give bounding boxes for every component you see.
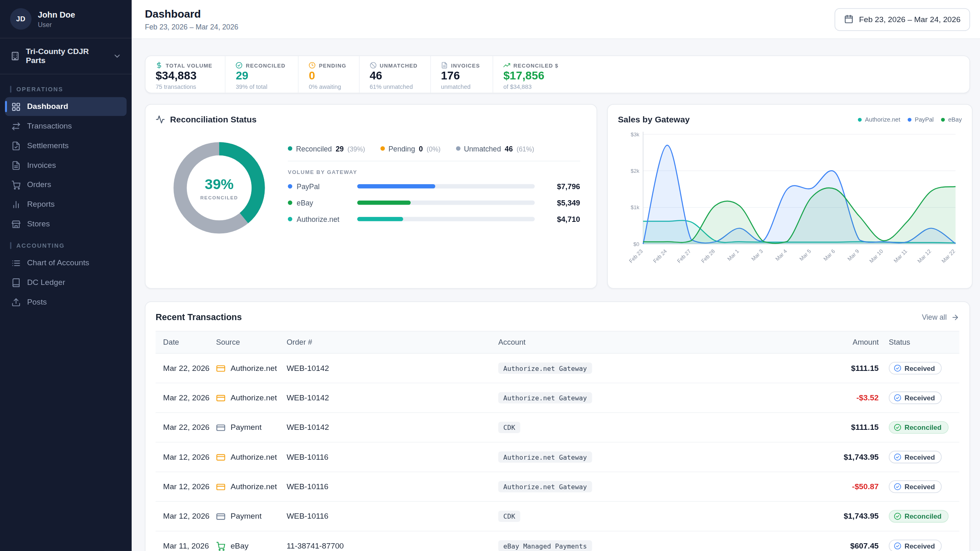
sidebar-item-chart-of-accounts[interactable]: Chart of Accounts: [5, 253, 126, 272]
col-status: Status: [881, 338, 959, 347]
date-text: Mar 22, 2026: [163, 393, 214, 403]
sidebar-item-invoices[interactable]: Invoices: [5, 156, 126, 174]
sales-card: Sales by Gateway Authorize.netPayPaleBay…: [607, 104, 973, 289]
legend-percent: (61%): [517, 145, 534, 152]
gateway-bar-track: [357, 217, 535, 221]
table-row[interactable]: Mar 22, 2026Authorize.netWEB-10142Author…: [155, 383, 959, 413]
cell-status: Received: [881, 362, 959, 375]
clock-icon: [309, 62, 316, 69]
status-label: Received: [904, 394, 935, 402]
sidebar-item-label: Reports: [27, 200, 54, 209]
gateway-bar-track: [357, 201, 535, 205]
account-badge: CDK: [498, 510, 520, 522]
cell-order-number: WEB-10142: [279, 423, 490, 432]
account-badge: Authorize.net Gateway: [498, 363, 592, 374]
reconciliation-donut: 39% RECONCILED: [172, 140, 266, 235]
sidebar-item-stores[interactable]: Stores: [5, 215, 126, 233]
stat-header: RECONCILED $: [503, 62, 559, 69]
cell-order-number: WEB-10116: [279, 482, 490, 491]
cell-order-number: WEB-10116: [279, 512, 490, 521]
cart-icon: [216, 541, 225, 551]
bar-chart-icon: [11, 199, 21, 209]
stat-label: PENDING: [319, 62, 346, 68]
nav-section-text: OPERATIONS: [16, 86, 63, 93]
stat-value: $17,856: [503, 70, 559, 82]
sales-chart: $0$1k$2k$3kFeb 23Feb 24Feb 27Feb 28Mar 1…: [618, 125, 962, 274]
gateway-row-authorize-net: Authorize.net$4,710: [288, 215, 580, 224]
company-selector[interactable]: Tri-County CDJR Parts: [0, 38, 132, 74]
sidebar-item-dashboard[interactable]: Dashboard: [5, 97, 126, 116]
cell-date: Mar 12, 2026: [155, 452, 208, 462]
svg-text:$1k: $1k: [631, 204, 640, 210]
svg-text:Mar 4: Mar 4: [774, 248, 788, 262]
sidebar-item-label: Settlements: [27, 141, 69, 150]
sidebar: JD John Doe User Tri-County CDJR Parts O…: [0, 0, 132, 551]
check-circle-icon: [894, 394, 901, 402]
stat-reconciled: RECONCILED2939% of total: [225, 56, 298, 93]
svg-text:$0: $0: [634, 241, 640, 247]
sidebar-item-settlements[interactable]: Settlements: [5, 136, 126, 155]
cell-date: Mar 11, 2026: [155, 541, 208, 551]
status-label: Reconciled: [904, 424, 941, 431]
source-label: eBay: [231, 542, 249, 551]
view-all-link[interactable]: View all: [922, 313, 960, 321]
svg-text:Mar 22: Mar 22: [940, 248, 956, 264]
legend-dot: [858, 117, 862, 121]
table-row[interactable]: Mar 22, 2026Authorize.netWEB-10142Author…: [155, 354, 959, 383]
file-text-icon: [441, 62, 448, 69]
stat-sub: of $34,883: [503, 83, 559, 90]
donut-center: 39% RECONCILED: [172, 140, 266, 235]
cell-amount: $111.15: [800, 364, 881, 373]
table-row[interactable]: Mar 12, 2026PaymentWEB-10116CDK$1,743.95…: [155, 502, 959, 531]
legend-dot: [908, 117, 912, 121]
grid-icon: [11, 102, 21, 111]
user-profile[interactable]: JD John Doe User: [0, 0, 132, 38]
status-badge: Reconciled: [889, 510, 949, 523]
sales-legend-label: eBay: [948, 116, 962, 123]
check-circle-icon: [894, 542, 901, 549]
table-row[interactable]: Mar 11, 2026eBay11-38741-87700eBay Manag…: [155, 531, 959, 551]
credit-card-icon: [216, 512, 225, 521]
col-order: Order #: [279, 338, 490, 347]
gateway-name: Authorize.net: [297, 215, 339, 223]
cell-account: eBay Managed Payments: [491, 540, 801, 551]
table-row[interactable]: Mar 12, 2026Authorize.netWEB-10116Author…: [155, 443, 959, 472]
gateway-name: PayPal: [297, 183, 319, 190]
sidebar-item-posts[interactable]: Posts: [5, 293, 126, 312]
date-range-label: Feb 23, 2026 – Mar 24, 2026: [859, 15, 960, 24]
table-row[interactable]: Mar 22, 2026PaymentWEB-10142CDK$111.15Re…: [155, 413, 959, 443]
gateway-bar-fill: [357, 201, 410, 205]
svg-text:Mar 5: Mar 5: [798, 248, 812, 262]
gateway-row-ebay: eBay$5,349: [288, 198, 580, 207]
sidebar-item-reports[interactable]: Reports: [5, 195, 126, 214]
table-row[interactable]: Mar 12, 2026Authorize.netWEB-10116Author…: [155, 472, 959, 501]
cell-date: Mar 22, 2026: [155, 363, 208, 373]
slash-circle-icon: [370, 62, 377, 69]
sidebar-item-transactions[interactable]: Transactions: [5, 117, 126, 135]
legend-value: 29: [336, 145, 344, 152]
cell-amount: $607.45: [800, 542, 881, 551]
sales-legend: Authorize.netPayPaleBay: [858, 116, 962, 123]
date-text: Mar 22, 2026: [163, 422, 214, 433]
stats-row: TOTAL VOLUME$34,88375 transactionsRECONC…: [145, 56, 970, 93]
status-badge: Reconciled: [889, 421, 949, 434]
stat-unmatched: UNMATCHED4661% unmatched: [359, 56, 430, 93]
cell-source: Payment: [209, 512, 279, 521]
sidebar-item-label: Stores: [27, 219, 50, 228]
sales-card-header: Sales by Gateway Authorize.netPayPaleBay: [618, 115, 962, 124]
check-circle-icon: [236, 62, 243, 69]
nav-section-text: ACCOUNTING: [16, 242, 65, 249]
sidebar-item-orders[interactable]: Orders: [5, 175, 126, 194]
status-badge: Received: [889, 540, 942, 551]
date-range-button[interactable]: Feb 23, 2026 – Mar 24, 2026: [834, 8, 970, 30]
account-badge: Authorize.net Gateway: [498, 392, 592, 404]
divider: [288, 160, 580, 161]
legend-dot: [288, 146, 292, 151]
legend-value: 0: [419, 145, 423, 152]
legend-dot: [456, 146, 460, 151]
avatar: JD: [10, 8, 31, 29]
list-icon: [11, 258, 21, 268]
stat-pending: PENDING00% awaiting: [298, 56, 359, 93]
sidebar-item-dc-ledger[interactable]: DC Ledger: [5, 273, 126, 292]
gateway-label: PayPal: [288, 183, 351, 190]
